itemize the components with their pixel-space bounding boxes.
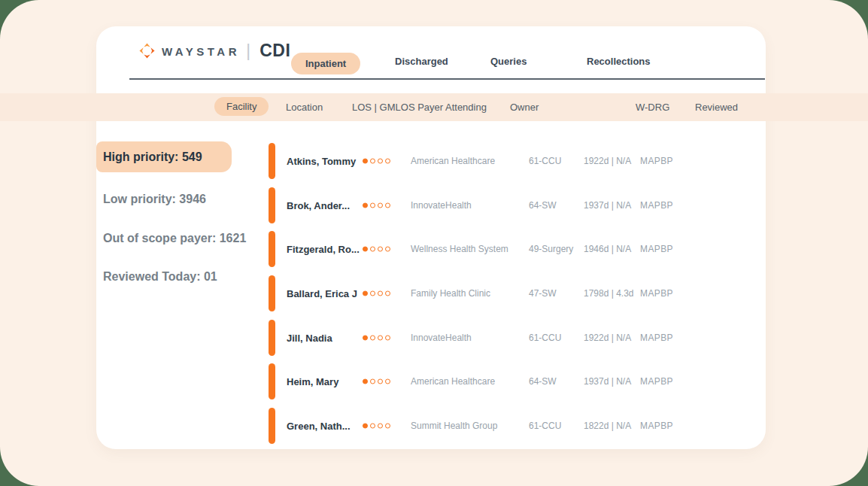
los-gmlos: 1937d | N/A <box>584 376 631 387</box>
priority-dots <box>363 336 390 341</box>
location: 64-SW <box>529 376 557 387</box>
los-gmlos: 1798d | 4.3d <box>584 288 634 299</box>
header-divider <box>129 78 765 80</box>
payer-name: Summit Health Group <box>411 421 497 431</box>
tab-inpatient[interactable]: Inpatient <box>291 53 360 74</box>
priority-bar <box>269 231 275 267</box>
filter-attending[interactable]: Attending <box>445 102 487 113</box>
payer-name: Wellness Health System <box>411 244 508 254</box>
table-row[interactable]: Atkins, Tommy American Healthcare 61-CCU… <box>269 143 735 179</box>
los-gmlos: 1922d | N/A <box>584 333 631 343</box>
tab-queries[interactable]: Queries <box>490 56 527 67</box>
w-drg: MAPBP <box>640 244 673 254</box>
payer-name: InnovateHealth <box>411 333 472 343</box>
los-gmlos: 1946d | N/A <box>584 244 631 254</box>
priority-bar <box>269 275 275 311</box>
filter-location[interactable]: Location <box>286 102 323 113</box>
location: 61-CCU <box>529 333 561 343</box>
w-drg: MAPBP <box>640 156 673 166</box>
sidebar-item-out-of-scope-payer[interactable]: Out of scope payer: 1621 <box>103 232 246 245</box>
sidebar-item-reviewed-today[interactable]: Reviewed Today: 01 <box>103 270 217 284</box>
table-row[interactable]: Heim, Mary American Healthcare 64-SW 193… <box>269 363 735 399</box>
w-drg: MAPBP <box>640 288 673 299</box>
waystar-compass-icon <box>139 43 155 59</box>
priority-bar <box>269 408 275 444</box>
payer-name: American Healthcare <box>411 376 495 387</box>
location: 49-Surgery <box>529 244 573 254</box>
tab-discharged[interactable]: Discharged <box>395 56 448 67</box>
priority-dots <box>363 159 390 164</box>
location: 61-CCU <box>529 421 561 431</box>
w-drg: MAPBP <box>640 333 673 343</box>
los-gmlos: 1822d | N/A <box>584 421 631 431</box>
w-drg: MAPBP <box>640 376 673 387</box>
patient-name: Jill, Nadia <box>287 333 332 344</box>
w-drg: MAPBP <box>640 421 673 431</box>
location: 61-CCU <box>529 156 561 166</box>
filter-reviewed[interactable]: Reviewed <box>695 102 738 113</box>
payer-name: American Healthcare <box>411 156 495 166</box>
patient-name: Ballard, Erica J <box>287 288 357 299</box>
los-gmlos: 1937d | N/A <box>584 200 631 211</box>
filter-w-drg[interactable]: W-DRG <box>636 102 669 113</box>
waystar-logo: waystar | CDI <box>139 39 290 62</box>
table-row[interactable]: Jill, Nadia InnovateHealth 61-CCU 1922d … <box>269 320 735 356</box>
sidebar-item-low-priority[interactable]: Low priority: 3946 <box>103 193 206 206</box>
tab-recollections[interactable]: Recollections <box>587 56 651 67</box>
priority-dots <box>363 424 390 429</box>
filter-facility[interactable]: Facility <box>214 97 269 116</box>
patient-name: Brok, Ander... <box>287 200 350 211</box>
filter-owner[interactable]: Owner <box>510 102 539 113</box>
priority-bar <box>269 187 275 223</box>
priority-bar <box>269 143 275 179</box>
w-drg: MAPBP <box>640 200 673 211</box>
brand-separator: | <box>246 40 250 61</box>
table-row[interactable]: Ballard, Erica J Family Health Clinic 47… <box>269 275 735 311</box>
priority-bar <box>269 320 275 356</box>
brand-name: waystar <box>162 44 240 58</box>
priority-dots <box>363 291 390 296</box>
priority-bar <box>269 363 275 399</box>
filter-los-gmlos-payer[interactable]: LOS | GMLOS Payer <box>352 102 443 113</box>
table-row[interactable]: Fitzgerald, Ro... Wellness Health System… <box>269 231 735 267</box>
payer-name: InnovateHealth <box>411 200 472 211</box>
patient-name: Fitzgerald, Ro... <box>287 244 360 255</box>
app-window: waystar | CDI Inpatient Discharged Queri… <box>0 0 868 486</box>
patient-name: Green, Nath... <box>287 421 351 432</box>
payer-name: Family Health Clinic <box>411 288 490 299</box>
patient-name: Heim, Mary <box>287 376 338 387</box>
sidebar-item-high-priority[interactable]: High priority: 549 <box>96 141 232 172</box>
location: 47-SW <box>529 288 557 299</box>
location: 64-SW <box>529 200 557 211</box>
los-gmlos: 1922d | N/A <box>584 156 631 166</box>
priority-dots <box>363 203 390 208</box>
table-row[interactable]: Brok, Ander... InnovateHealth 64-SW 1937… <box>269 187 735 223</box>
patient-name: Atkins, Tommy <box>287 156 356 167</box>
priority-dots <box>363 247 390 252</box>
priority-dots <box>363 379 390 384</box>
table-row[interactable]: Green, Nath... Summit Health Group 61-CC… <box>269 408 735 444</box>
product-name: CDI <box>259 41 290 61</box>
